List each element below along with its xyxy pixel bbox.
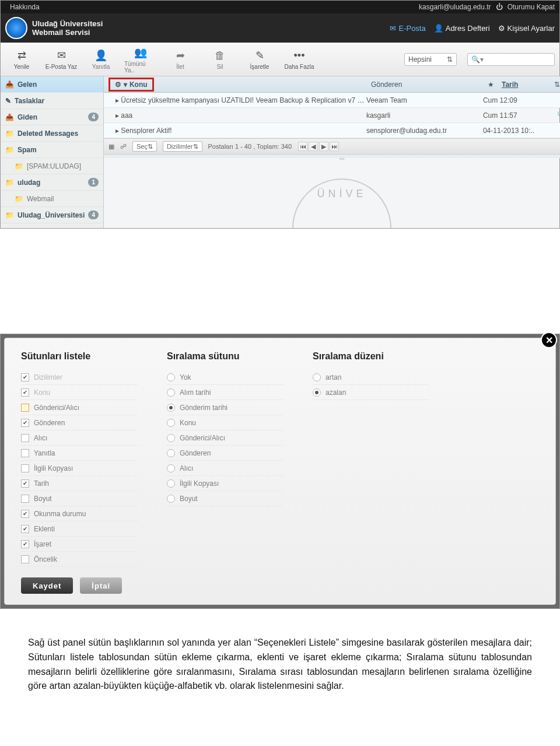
option-item[interactable]: Alım tarihi bbox=[167, 385, 284, 400]
option-item[interactable]: Boyut bbox=[167, 491, 284, 506]
sidebar-item[interactable]: ✎Taslaklar bbox=[1, 93, 103, 109]
filter-select[interactable]: Hepsini⇅ bbox=[404, 53, 457, 66]
option-item[interactable]: İşaret bbox=[21, 537, 138, 552]
pager[interactable]: ⏮◀▶⏭ bbox=[298, 142, 340, 151]
checkbox[interactable] bbox=[21, 388, 29, 397]
thread-icon[interactable]: ☍ bbox=[120, 143, 127, 150]
sidebar-item[interactable]: 📁Deleted Messages bbox=[1, 125, 103, 142]
option-item[interactable]: Konu bbox=[167, 415, 284, 430]
checkbox[interactable] bbox=[21, 373, 29, 381]
option-item[interactable]: azalan bbox=[313, 385, 429, 400]
option-item[interactable]: Okunma durumu bbox=[21, 506, 138, 521]
option-item[interactable]: Dizilimler bbox=[21, 370, 138, 385]
delete-button[interactable]: 🗑Sil bbox=[204, 48, 236, 70]
more-button[interactable]: •••Daha Fazla bbox=[283, 48, 316, 70]
replyall-icon: 👥 bbox=[134, 45, 148, 59]
gear-icon: ⚙ bbox=[115, 80, 121, 89]
toolbar: ⇄Yenile ✉E-Posta Yaz 👤Yanıtla 👥Tümünü Ya… bbox=[1, 43, 559, 76]
checkbox[interactable] bbox=[21, 510, 29, 518]
radio[interactable] bbox=[167, 404, 175, 412]
sidebar-item[interactable]: 📤Giden4 bbox=[1, 109, 103, 125]
sort-icon[interactable]: ⇅ bbox=[550, 80, 560, 89]
count-badge: 4 bbox=[88, 113, 99, 121]
option-item[interactable]: İlgili Kopyası bbox=[21, 461, 138, 476]
radio[interactable] bbox=[313, 388, 321, 397]
radio[interactable] bbox=[167, 388, 175, 397]
search-input[interactable]: 🔍▾ bbox=[467, 53, 555, 66]
reply-button[interactable]: 👤Yanıtla bbox=[85, 48, 117, 70]
option-item[interactable]: Yok bbox=[167, 370, 284, 385]
nav-ayarlar[interactable]: ⚙ Kişisel Ayarlar bbox=[498, 24, 555, 33]
option-item[interactable]: Gönderici/Alıcı bbox=[167, 430, 284, 446]
option-item[interactable]: Yanıtla bbox=[21, 446, 138, 461]
radio[interactable] bbox=[167, 495, 175, 503]
radio[interactable] bbox=[167, 434, 175, 442]
mark-icon: ✎ bbox=[253, 48, 267, 62]
compose-button[interactable]: ✉E-Posta Yaz bbox=[45, 48, 78, 70]
option-item[interactable]: Eklenti bbox=[21, 521, 138, 537]
mark-button[interactable]: ✎İşaretle bbox=[243, 48, 276, 70]
radio[interactable] bbox=[313, 373, 321, 381]
checkbox[interactable] bbox=[21, 540, 29, 548]
close-icon[interactable]: ✕ bbox=[541, 332, 557, 348]
option-item[interactable]: Konu bbox=[21, 385, 138, 400]
col-star[interactable]: ★ bbox=[483, 80, 497, 89]
sidebar-item[interactable]: 📁uludag1 bbox=[1, 174, 103, 191]
checkbox[interactable] bbox=[21, 464, 29, 472]
refresh-button[interactable]: ⇄Yenile bbox=[5, 48, 38, 70]
message-row[interactable]: ▸ aaakasgarliCum 11:57📎 bbox=[104, 108, 560, 123]
forward-button[interactable]: ➦İlet bbox=[164, 48, 197, 70]
option-item[interactable]: artan bbox=[313, 370, 429, 385]
nav-adres[interactable]: 👤 Adres Defteri bbox=[434, 24, 490, 33]
checkbox[interactable] bbox=[21, 525, 29, 533]
order-heading: Sıralama düzeni bbox=[313, 351, 429, 362]
option-item[interactable]: Tarih bbox=[21, 476, 138, 491]
col-gonderen[interactable]: Gönderen bbox=[366, 80, 483, 89]
about-link[interactable]: Hakkında bbox=[10, 3, 40, 11]
option-item[interactable]: Gönderen bbox=[167, 446, 284, 461]
checkbox[interactable] bbox=[21, 404, 29, 412]
option-item[interactable]: İlgili Kopyası bbox=[167, 476, 284, 491]
folder-sidebar: 📥Gelen✎Taslaklar📤Giden4📁Deleted Messages… bbox=[1, 76, 104, 228]
message-row[interactable]: ▸ Sensplorer Aktif!sensplorer@uludag.edu… bbox=[104, 123, 560, 138]
logout-link[interactable]: Oturumu Kapat bbox=[508, 3, 555, 11]
message-row[interactable]: ▸ Ücretsiz yükseltme kampanyası UZATILDI… bbox=[104, 93, 560, 108]
checkbox[interactable] bbox=[21, 449, 29, 457]
refresh-icon: ⇄ bbox=[15, 48, 29, 62]
dizilimler-dropdown[interactable]: Dizilimler ⇅ bbox=[163, 141, 202, 152]
sidebar-item[interactable]: 📁Spam bbox=[1, 142, 103, 158]
compose-icon: ✉ bbox=[54, 48, 68, 62]
watermark: ÜNİVE bbox=[104, 158, 560, 228]
layout-icon[interactable]: ▦ bbox=[108, 143, 114, 150]
radio[interactable] bbox=[167, 373, 175, 381]
option-item[interactable]: Gönderici/Alıcı bbox=[21, 400, 138, 415]
cancel-button[interactable]: İptal bbox=[80, 577, 122, 594]
option-item[interactable]: Öncelik bbox=[21, 552, 138, 567]
sidebar-item[interactable]: 📥Gelen bbox=[1, 76, 103, 93]
option-item[interactable]: Boyut bbox=[21, 491, 138, 506]
save-button[interactable]: Kaydet bbox=[21, 577, 73, 594]
checkbox[interactable] bbox=[21, 434, 29, 442]
checkbox[interactable] bbox=[21, 555, 29, 563]
option-item[interactable]: Gönderim tarihi bbox=[167, 400, 284, 415]
list-columns-dialog: Sütunları listele DizilimlerKonuGönderic… bbox=[4, 338, 556, 605]
sidebar-item[interactable]: 📁Webmail bbox=[1, 191, 103, 207]
options-gear-konu[interactable]: ⚙▾ Konu bbox=[108, 78, 154, 92]
sidebar-item[interactable]: 📁Uludag_Üniversitesi4 bbox=[1, 207, 103, 223]
sidebar-item[interactable]: 📁[SPAM:ULUDAG] bbox=[1, 158, 103, 174]
radio[interactable] bbox=[167, 419, 175, 427]
columns-heading: Sütunları listele bbox=[21, 351, 138, 362]
replyall-button[interactable]: 👥Tümünü Ya.. bbox=[124, 45, 157, 73]
col-tarih[interactable]: Tarih bbox=[497, 80, 550, 89]
radio[interactable] bbox=[167, 449, 175, 457]
nav-eposta[interactable]: ✉ E-Posta bbox=[390, 24, 425, 33]
checkbox[interactable] bbox=[21, 419, 29, 427]
option-item[interactable]: Alıcı bbox=[21, 430, 138, 446]
checkbox[interactable] bbox=[21, 495, 29, 503]
option-item[interactable]: Gönderen bbox=[21, 415, 138, 430]
option-item[interactable]: Alıcı bbox=[167, 461, 284, 476]
select-dropdown[interactable]: Seç ⇅ bbox=[132, 141, 157, 152]
checkbox[interactable] bbox=[21, 479, 29, 488]
radio[interactable] bbox=[167, 479, 175, 488]
radio[interactable] bbox=[167, 464, 175, 472]
